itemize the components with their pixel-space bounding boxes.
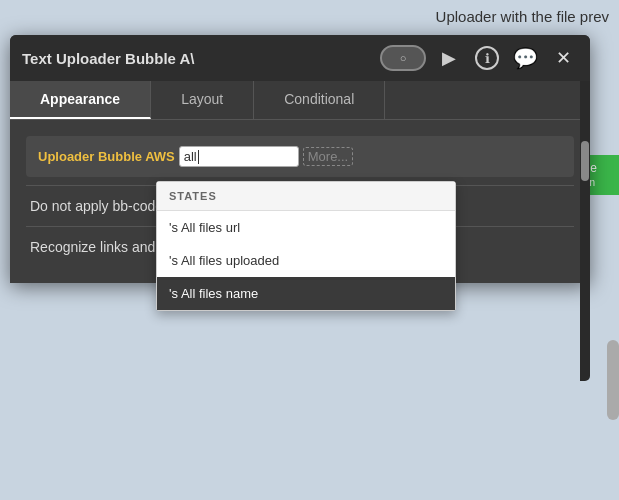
modal-dialog: Text Uploader Bubble A\ ○ ▶ ℹ 💬 ✕ (10, 35, 590, 283)
tab-appearance[interactable]: Appearance (10, 81, 151, 119)
input-label: Uploader Bubble AWS (38, 149, 175, 164)
more-link[interactable]: More... (303, 147, 353, 166)
info-icon: ℹ (475, 46, 499, 70)
play-icon: ▶ (442, 47, 456, 69)
bg-scrollbar[interactable] (607, 340, 619, 420)
dropdown-item-files-url[interactable]: 's All files url (157, 211, 455, 244)
tabs-bar: Appearance Layout Conditional (10, 81, 590, 120)
toggle-icon: ○ (400, 52, 407, 64)
tab-conditional[interactable]: Conditional (254, 81, 385, 119)
scrollbar-thumb[interactable] (581, 141, 589, 181)
modal-titlebar: Text Uploader Bubble A\ ○ ▶ ℹ 💬 ✕ (10, 35, 590, 81)
info-button[interactable]: ℹ (472, 43, 502, 73)
input-row: Uploader Bubble AWS all More... STATES '… (26, 136, 574, 177)
modal-controls: ○ ▶ ℹ 💬 ✕ (380, 43, 578, 73)
modal-title: Text Uploader Bubble A\ (22, 50, 195, 67)
dropdown-item-files-uploaded[interactable]: 's All files uploaded (157, 244, 455, 277)
bg-top-text: Uploader with the file prev (436, 8, 609, 25)
close-icon: ✕ (556, 47, 571, 69)
input-field-wrapper[interactable]: all (179, 146, 299, 167)
tab-layout[interactable]: Layout (151, 81, 254, 119)
toggle-button[interactable]: ○ (380, 45, 426, 71)
close-button[interactable]: ✕ (548, 43, 578, 73)
chat-icon: 💬 (513, 46, 538, 70)
input-value: all (184, 149, 197, 164)
dropdown-header: STATES (157, 182, 455, 211)
play-button[interactable]: ▶ (434, 43, 464, 73)
dropdown-menu: STATES 's All files url 's All files upl… (156, 181, 456, 311)
modal-body: Uploader Bubble AWS all More... STATES '… (10, 120, 590, 283)
scrollbar-track (580, 81, 590, 381)
input-cursor (198, 150, 199, 164)
chat-button[interactable]: 💬 (510, 43, 540, 73)
dropdown-item-files-name[interactable]: 's All files name (157, 277, 455, 310)
